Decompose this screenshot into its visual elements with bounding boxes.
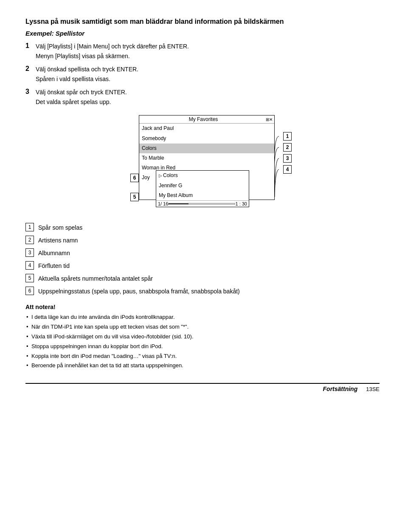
label-6: 6 bbox=[130, 174, 139, 182]
step-3-sub: Det valda spåret spelas upp. bbox=[36, 98, 380, 107]
label-2: 2 bbox=[283, 143, 292, 152]
step-1-num: 1 bbox=[25, 42, 33, 50]
screen-item-2-highlighted: Colors bbox=[139, 144, 274, 153]
anno-text-3: Albumnamn bbox=[38, 248, 70, 258]
anno-badge-1: 1 bbox=[25, 223, 34, 231]
annotation-6: 6 Uppspelningsstatus (spela upp, paus, s… bbox=[25, 287, 380, 296]
progress-bar bbox=[168, 203, 235, 205]
footer-fortsattning: Fortsättning bbox=[323, 386, 358, 392]
progress-fill bbox=[169, 203, 188, 204]
sub-item-2: My Best Album bbox=[156, 191, 249, 200]
anno-badge-2: 2 bbox=[25, 236, 34, 244]
footer: Fortsättning 13SE bbox=[25, 383, 380, 392]
note-item-2: Växla till iPod-skärmläget om du vill vi… bbox=[25, 332, 380, 341]
anno-badge-5: 5 bbox=[25, 274, 34, 282]
screen-title: My Favorites bbox=[141, 116, 266, 122]
status-row: 1/ 16 1 : 30 bbox=[156, 200, 249, 207]
label-1: 1 bbox=[283, 132, 292, 141]
step-2-text: Välj önskad spellista och tryck ENTER. bbox=[36, 65, 138, 74]
diagram-wrapper: 6 5 My Favorites ⊞✕ Jack and Paul Somebo… bbox=[113, 115, 292, 213]
diagram-area: 6 5 My Favorites ⊞✕ Jack and Paul Somebo… bbox=[25, 115, 380, 213]
status-track: 1/ 16 bbox=[158, 201, 168, 206]
anno-text-2: Artistens namn bbox=[38, 236, 78, 245]
note-list: I detta läge kan du inte använda din iPo… bbox=[25, 313, 380, 370]
screen-item-3: To Marble bbox=[139, 153, 274, 163]
annotation-5: 5 Aktuella spårets nummer/totala antalet… bbox=[25, 274, 380, 283]
anno-badge-4: 4 bbox=[25, 261, 34, 270]
step-3: 3 Välj önskat spår och tryck ENTER. Det … bbox=[25, 88, 380, 107]
anno-badge-6: 6 bbox=[25, 287, 34, 295]
anno-text-4: Förfluten tid bbox=[38, 261, 70, 270]
footer-page: 13SE bbox=[366, 386, 380, 392]
label-4: 4 bbox=[283, 165, 292, 174]
sub-item-1: Jennifer G bbox=[156, 181, 249, 191]
screen-item-1: Somebody bbox=[139, 134, 274, 144]
step-1-text: Välj [Playlists] i [Main Menu] och tryck… bbox=[36, 42, 189, 51]
page-container: Lyssna på musik samtidigt som man bläddr… bbox=[25, 17, 380, 392]
annotation-3: 3 Albumnamn bbox=[25, 248, 380, 258]
anno-text-6: Uppspelningsstatus (spela upp, paus, sna… bbox=[38, 287, 240, 296]
note-item-4: Koppla inte bort din iPod medan "Loading… bbox=[25, 352, 380, 361]
note-item-0: I detta läge kan du inte använda din iPo… bbox=[25, 313, 380, 322]
main-title: Lyssna på musik samtidigt som man bläddr… bbox=[25, 17, 380, 26]
step-3-num: 3 bbox=[25, 88, 33, 96]
note-item-3: Stoppa uppspelningen innan du kopplar bo… bbox=[25, 342, 380, 351]
screen-item-0: Jack and Paul bbox=[139, 124, 274, 133]
step-2-num: 2 bbox=[25, 65, 33, 73]
note-item-1: När din TDM-iP1 inte kan spela upp ett t… bbox=[25, 323, 380, 332]
annotation-4: 4 Förfluten tid bbox=[25, 261, 380, 270]
note-title: Att notera! bbox=[25, 304, 380, 310]
anno-text-1: Spår som spelas bbox=[38, 223, 82, 232]
anno-badge-3: 3 bbox=[25, 248, 34, 257]
screen-icons: ⊞✕ bbox=[266, 117, 273, 122]
note-item-5: Beroende på innehållet kan det ta tid at… bbox=[25, 361, 380, 370]
note-section: Att notera! I detta läge kan du inte anv… bbox=[25, 304, 380, 370]
section-title: Exempel: Spellistor bbox=[25, 30, 380, 37]
step-1-sub: Menyn [Playlists] visas på skärmen. bbox=[36, 52, 380, 61]
annotation-1: 1 Spår som spelas bbox=[25, 223, 380, 232]
anno-text-5: Aktuella spårets nummer/totala antalet s… bbox=[38, 274, 153, 283]
annotation-2: 2 Artistens namn bbox=[25, 236, 380, 245]
status-time: 1 : 30 bbox=[235, 201, 247, 206]
step-3-text: Välj önskat spår och tryck ENTER. bbox=[36, 88, 127, 97]
step-2: 2 Välj önskad spellista och tryck ENTER.… bbox=[25, 65, 380, 84]
step-2-sub: Spåren i vald spellista visas. bbox=[36, 75, 380, 84]
sub-box: ▷ Colors Jennifer G My Best Album 1/ 16 … bbox=[156, 170, 249, 207]
step-1: 1 Välj [Playlists] i [Main Menu] och try… bbox=[25, 42, 380, 61]
play-icon: ▷ bbox=[159, 172, 162, 179]
annotation-list: 1 Spår som spelas 2 Artistens namn 3 Alb… bbox=[25, 223, 380, 296]
sub-item-0-playing: ▷ Colors bbox=[156, 171, 249, 180]
screen-header: My Favorites ⊞✕ bbox=[139, 115, 274, 124]
label-5: 5 bbox=[130, 193, 139, 201]
label-3: 3 bbox=[283, 154, 292, 163]
